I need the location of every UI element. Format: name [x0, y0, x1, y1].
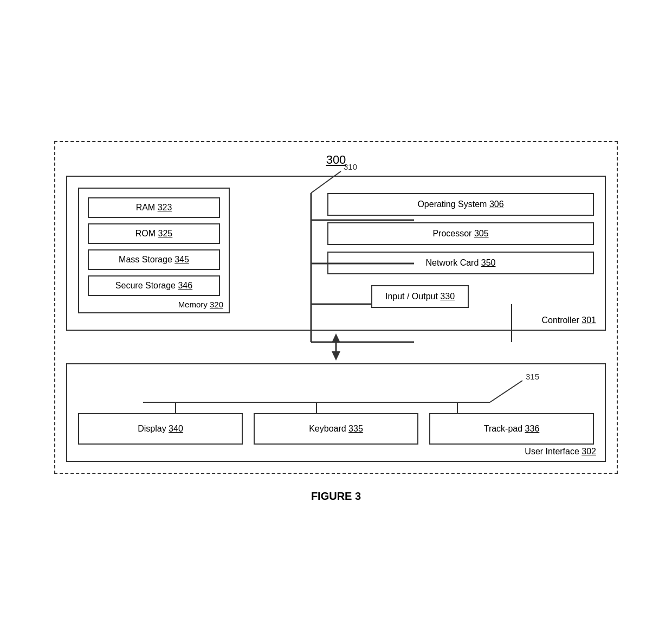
ui-ref: 302 [581, 447, 596, 456]
ui-items: Display 340 Keyboard 335 Track-pad 336 [78, 413, 594, 445]
rom-box: ROM 325 [88, 223, 220, 244]
keyboard-box: Keyboard 335 [254, 413, 418, 445]
outer-box: 300 RAM 323 ROM 325 [54, 141, 618, 474]
io-label: Input / Output [385, 292, 440, 301]
trackpad-ref: 336 [525, 424, 540, 433]
mass-storage-label: Mass Storage [119, 255, 175, 264]
trackpad-box: Track-pad 336 [429, 413, 594, 445]
io-ref: 330 [440, 292, 455, 301]
memory-items: RAM 323 ROM 325 Mass Storage 345 [88, 197, 220, 296]
io-box: Input / Output 330 [371, 285, 469, 308]
rom-ref: 325 [158, 229, 173, 238]
os-ref: 306 [489, 200, 504, 209]
processor-label: Processor [432, 229, 474, 238]
display-label: Display [138, 424, 169, 433]
ui-box: 315 Display 340 Keyboard 335 Track-pad 3… [66, 363, 606, 462]
page-wrapper: 300 RAM 323 ROM 325 [38, 125, 634, 519]
ram-label: RAM [136, 203, 158, 212]
diagram-title: 300 [326, 153, 346, 166]
bidirectional-arrow-svg [320, 331, 352, 363]
display-ref: 340 [169, 424, 183, 433]
ui-label: User Interface 302 [525, 447, 596, 456]
network-card-ref: 350 [481, 258, 496, 267]
keyboard-label: Keyboard [309, 424, 348, 433]
mass-storage-ref: 345 [175, 255, 189, 264]
ref-315-text: 315 [526, 372, 539, 381]
secure-storage-label: Secure Storage [115, 281, 178, 290]
svg-line-14 [490, 381, 522, 402]
display-box: Display 340 [78, 413, 243, 445]
ram-ref: 323 [158, 203, 172, 212]
ram-box: RAM 323 [88, 197, 220, 218]
memory-block: RAM 323 ROM 325 Mass Storage 345 [78, 188, 230, 313]
controller-label: Controller 301 [541, 316, 596, 325]
trackpad-label: Track-pad [484, 424, 525, 433]
network-card-box: Network Card 350 [327, 252, 594, 274]
os-box: Operating System 306 [327, 193, 594, 216]
processor-box: Processor 305 [327, 222, 594, 245]
memory-label: Memory 320 [178, 300, 223, 309]
processor-ref: 305 [474, 229, 489, 238]
controller-ref: 301 [581, 316, 596, 325]
figure-caption: FIGURE 3 [311, 490, 361, 503]
svg-marker-7 [332, 333, 340, 343]
os-label: Operating System [417, 200, 489, 209]
mass-storage-box: Mass Storage 345 [88, 249, 220, 270]
rom-label: ROM [135, 229, 158, 238]
controller-box: RAM 323 ROM 325 Mass Storage 345 [66, 176, 606, 331]
keyboard-ref: 335 [348, 424, 363, 433]
secure-storage-ref: 346 [178, 281, 192, 290]
arrow-section [66, 331, 606, 363]
secure-storage-box: Secure Storage 346 [88, 275, 220, 296]
network-card-label: Network Card [426, 258, 481, 267]
svg-marker-9 [332, 351, 340, 361]
ui-ref-svg: 315 [78, 375, 594, 408]
memory-ref: 320 [210, 300, 223, 309]
